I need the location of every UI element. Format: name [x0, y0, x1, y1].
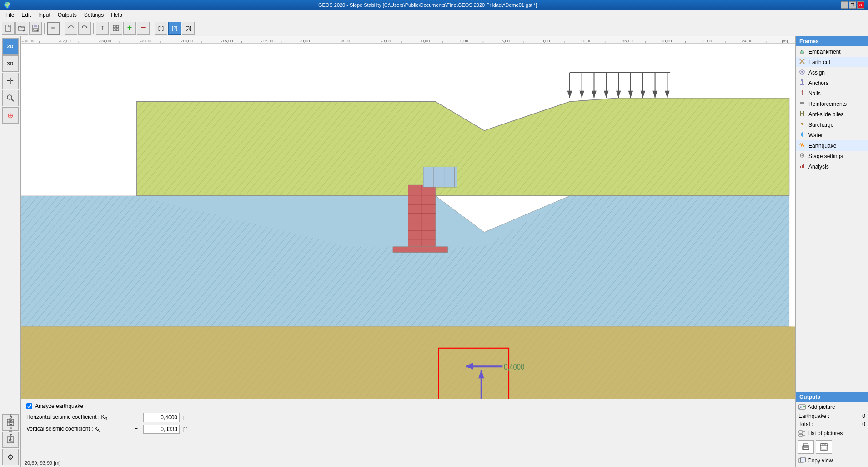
svg-text:0,00: 0,00 [421, 40, 430, 43]
svg-text:-21,00: -21,00 [140, 40, 153, 43]
assign-label: Assign [808, 70, 825, 76]
statusbar: 20,69; 93,99 [m] [21, 458, 795, 467]
water-icon [798, 131, 806, 139]
reinforcements-label: Reinforcements [808, 101, 847, 107]
svg-rect-128 [802, 165, 803, 168]
bottom-panel: Analyze earthquake Horizontal seismic co… [21, 399, 795, 458]
svg-point-13 [7, 95, 12, 99]
earth-cut-label: Earth cut [808, 59, 830, 65]
svg-text:+: + [803, 404, 805, 408]
3d-view-button[interactable]: 3D [2, 55, 19, 72]
frame-earth-cut[interactable]: Earth cut [796, 57, 868, 67]
earthquake-label: Earthquake [808, 143, 836, 149]
svg-rect-144 [822, 447, 826, 449]
redo-button[interactable] [78, 22, 91, 35]
svg-text:-3,00: -3,00 [381, 40, 391, 43]
new-button[interactable] [2, 22, 15, 35]
svg-point-140 [808, 447, 808, 447]
horizontal-coeff-row: Horizontal seismic coefficient : Kh = [-… [26, 413, 790, 422]
svg-text:6,00: 6,00 [502, 40, 510, 43]
nails-icon [798, 89, 806, 97]
earth-cut-icon [798, 58, 806, 66]
frame-assign[interactable]: Assign [796, 67, 868, 78]
menu-help[interactable]: Help [107, 11, 126, 19]
total-count-value: 0 [862, 421, 865, 427]
copy-view-row[interactable]: Copy view [796, 456, 868, 467]
svg-text:PDF: PDF [822, 443, 826, 446]
frame-stage-settings[interactable]: Stage settings [796, 151, 868, 161]
svg-rect-85 [393, 247, 448, 253]
frame-anchors[interactable]: Anchors [796, 78, 868, 88]
print-button[interactable] [798, 440, 814, 454]
vertical-equals: = [135, 426, 138, 432]
frame-nails[interactable]: Nails [796, 88, 868, 99]
menu-outputs[interactable]: Outputs [54, 11, 80, 19]
svg-text:-30,00: -30,00 [22, 40, 35, 43]
open-button[interactable]: ▾ [15, 22, 28, 35]
add-picture-icon: + [798, 403, 806, 411]
vertical-coeff-row: Vertical seismic coefficient : Kv = [-] [26, 425, 790, 434]
edit-mode-button[interactable]: ✏ [47, 22, 60, 35]
settings-tool-button[interactable]: ⚙ [2, 449, 19, 465]
svg-text:12,00: 12,00 [581, 40, 592, 43]
stage-2-button[interactable]: [2] [168, 22, 181, 35]
zoom-tool-button[interactable] [2, 90, 19, 106]
frame-button[interactable] [110, 22, 122, 35]
svg-rect-4 [34, 25, 37, 27]
svg-marker-7 [68, 27, 70, 28]
list-pictures-row[interactable]: List of pictures [796, 428, 868, 438]
frame-reinforcements[interactable]: Reinforcements [796, 99, 868, 109]
svg-rect-10 [116, 25, 119, 28]
menu-settings[interactable]: Settings [80, 11, 107, 19]
drawing-canvas[interactable]: 0,4000 [21, 44, 795, 399]
frame-analysis[interactable]: Analysis [796, 161, 868, 172]
frame-surcharge[interactable]: Surcharge [796, 119, 868, 130]
stage-settings-label: Stage settings [808, 153, 843, 159]
svg-text:-6,00: -6,00 [341, 40, 351, 43]
svg-text:-9,00: -9,00 [300, 40, 310, 43]
2d-view-button[interactable]: 2D [2, 38, 19, 55]
separator-1 [44, 23, 45, 34]
menu-edit[interactable]: Edit [18, 11, 35, 19]
template-button[interactable]: T [96, 22, 109, 35]
stage-remove-button[interactable]: − [137, 22, 150, 35]
stage-3-button[interactable]: [3] [182, 22, 195, 35]
frame-water[interactable]: Water [796, 130, 868, 140]
anchors-label: Anchors [808, 80, 828, 86]
restore-button[interactable]: ❐ [849, 1, 856, 9]
frame-anti-slide-piles[interactable]: Anti-slide piles [796, 109, 868, 119]
frame-embankment[interactable]: Embankment [796, 46, 868, 57]
menu-file[interactable]: File [2, 11, 18, 19]
analyze-earthquake-label[interactable]: Analyze earthquake [35, 403, 83, 409]
window-controls[interactable]: — ❐ ✕ [841, 1, 864, 9]
select-tool-button[interactable]: ⊕ [2, 107, 19, 124]
export-button[interactable]: PDF [816, 440, 832, 454]
svg-text:24,00: 24,00 [742, 40, 753, 43]
svg-rect-81 [423, 167, 457, 187]
left-sidebar: 2D 3D ✛ ⊕ Abc ⚙ Earthquake [0, 36, 21, 467]
svg-text:-24,00: -24,00 [99, 40, 111, 43]
svg-rect-133 [799, 431, 803, 433]
vertical-coeff-input[interactable] [143, 425, 180, 434]
analyze-earthquake-checkbox[interactable] [26, 403, 32, 409]
app-icon: 🌍 [4, 2, 11, 9]
horizontal-coeff-input[interactable] [143, 413, 180, 422]
menu-input[interactable]: Input [35, 11, 54, 19]
vertical-coeff-unit: [-] [183, 427, 188, 432]
close-button[interactable]: ✕ [857, 1, 864, 9]
stage-add-button[interactable]: + [123, 22, 136, 35]
undo-button[interactable] [65, 22, 77, 35]
svg-marker-124 [800, 123, 804, 125]
stage-1-button[interactable]: [1] [155, 22, 167, 35]
add-picture-row[interactable]: + Add picture [796, 402, 868, 412]
anti-slide-piles-label: Anti-slide piles [808, 111, 843, 118]
svg-marker-8 [86, 27, 88, 28]
frame-earthquake[interactable]: Earthquake [796, 140, 868, 151]
svg-rect-120 [800, 102, 804, 104]
scene-svg: 0,4000 [21, 44, 795, 399]
earthquake-count-value: 0 [862, 413, 865, 419]
separator-2 [62, 23, 62, 34]
minimize-button[interactable]: — [841, 1, 848, 9]
move-tool-button[interactable]: ✛ [2, 73, 19, 89]
save-button[interactable]: ▾ [29, 22, 42, 35]
